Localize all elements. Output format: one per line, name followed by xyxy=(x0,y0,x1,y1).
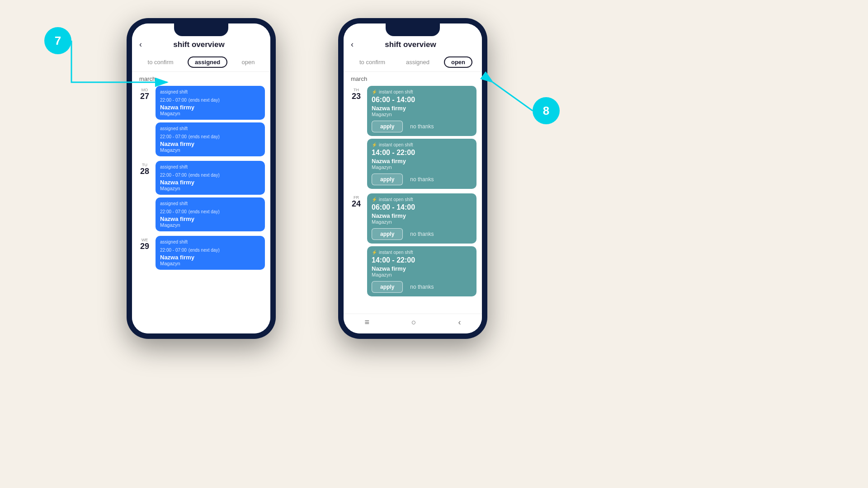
annotation-bubble-7: 7 xyxy=(44,27,71,54)
annotation-bubble-8: 8 xyxy=(533,97,560,124)
arrow-8 xyxy=(0,0,868,488)
